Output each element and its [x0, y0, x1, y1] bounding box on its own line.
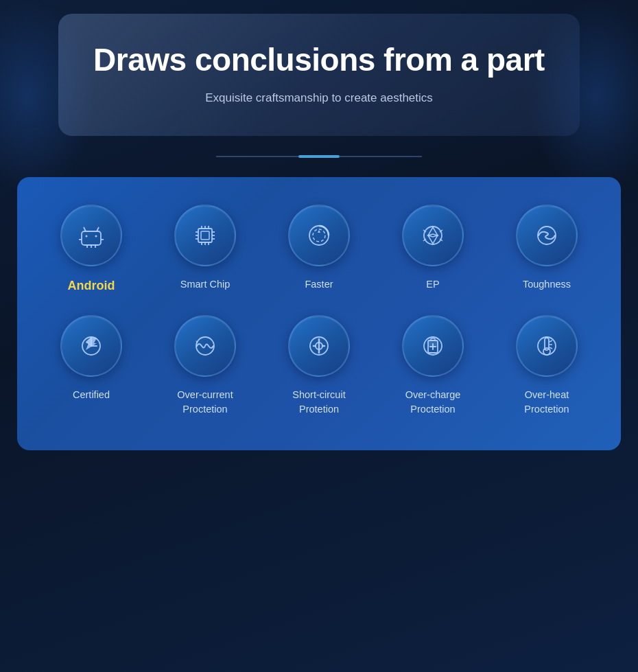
- tab-indicator: [0, 155, 638, 158]
- toughness-label: Toughness: [523, 277, 571, 291]
- overcurrent-label: Over-currentProctetion: [177, 388, 233, 416]
- page-subtitle: Exquisite craftsmanship to create aesthe…: [86, 91, 552, 105]
- feature-faster: Faster: [265, 205, 373, 294]
- shortcircuit-icon-circle: [288, 315, 350, 377]
- features-card: Android: [17, 177, 621, 450]
- svg-point-27: [424, 227, 442, 244]
- ep-icon-circle: [402, 205, 464, 266]
- certified-icon: [76, 331, 106, 361]
- tab-line-right: [340, 156, 422, 157]
- faster-label: Faster: [305, 277, 333, 291]
- feature-ep: EP: [379, 205, 486, 294]
- tab-active-indicator: [298, 155, 340, 158]
- certified-label: Certified: [73, 388, 110, 402]
- svg-rect-10: [198, 229, 212, 242]
- smart-chip-icon-circle: [174, 205, 236, 266]
- shortcircuit-icon: [304, 331, 334, 361]
- smart-chip-label: Smart Chip: [180, 277, 231, 291]
- svg-rect-0: [82, 231, 101, 245]
- toughness-icon-circle: [516, 205, 578, 266]
- svg-point-50: [543, 348, 550, 355]
- overheat-icon: [532, 331, 562, 361]
- overcurrent-icon: [190, 331, 220, 361]
- features-grid: Android: [38, 205, 600, 416]
- feature-shortcircuit: Short-circuitProtetion: [265, 315, 373, 416]
- overcurrent-icon-circle: [174, 315, 236, 377]
- overcharge-icon: [418, 331, 448, 361]
- svg-line-51: [550, 340, 552, 342]
- android-icon-circle: [60, 205, 122, 266]
- page-title: Draws conclusions from a part: [86, 41, 552, 79]
- overcharge-icon-circle: [402, 315, 464, 377]
- overheat-icon-circle: [516, 315, 578, 377]
- certified-icon-circle: [60, 315, 122, 377]
- faster-icon-circle: [288, 205, 350, 266]
- android-label: Android: [68, 277, 115, 294]
- feature-certified: Certified: [38, 315, 145, 416]
- feature-overcurrent: Over-currentProctetion: [152, 315, 259, 416]
- svg-marker-26: [318, 230, 320, 233]
- toughness-icon: [532, 220, 562, 251]
- faster-icon: [304, 220, 334, 251]
- ep-icon: [418, 220, 448, 251]
- svg-rect-11: [201, 231, 209, 240]
- overcharge-label: Over-chargeProctetion: [405, 388, 461, 416]
- svg-line-53: [550, 347, 552, 349]
- svg-rect-44: [431, 338, 435, 340]
- feature-overheat: Over-heatProctetion: [493, 315, 600, 416]
- android-icon: [76, 220, 106, 251]
- tab-line-left: [216, 156, 298, 157]
- svg-point-3: [86, 235, 88, 237]
- svg-point-4: [95, 235, 97, 237]
- overheat-label: Over-heatProctetion: [524, 388, 569, 416]
- svg-rect-47: [428, 340, 438, 347]
- shortcircuit-label: Short-circuitProtetion: [292, 388, 345, 416]
- feature-android: Android: [38, 205, 145, 294]
- feature-smart-chip: Smart Chip: [152, 205, 259, 294]
- feature-toughness: Toughness: [493, 205, 600, 294]
- feature-overcharge: Over-chargeProctetion: [379, 315, 486, 416]
- svg-point-48: [538, 337, 556, 355]
- svg-marker-34: [86, 338, 97, 350]
- ep-label: EP: [426, 277, 439, 291]
- smart-chip-icon: [190, 220, 220, 251]
- header-card: Draws conclusions from a part Exquisite …: [58, 14, 580, 136]
